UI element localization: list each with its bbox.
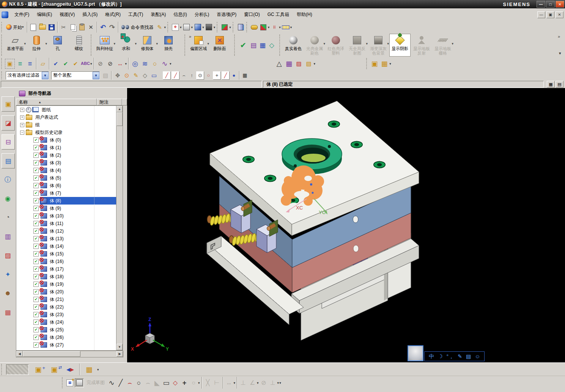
mold-model[interactable]: XC YC xyxy=(207,101,419,340)
visibility-checkbox[interactable]: ✔ xyxy=(33,297,39,302)
touch-window-tab[interactable]: ▩ xyxy=(2,305,14,320)
tree-item-body[interactable]: ✔体 (27) xyxy=(16,341,116,349)
snap-point-target-button[interactable]: ⊙ xyxy=(123,71,131,80)
feature-datum-plane-button[interactable]: ▱ ▾ 基准平面 xyxy=(5,34,25,56)
tree-item-body[interactable]: ✔体 (17) xyxy=(16,265,116,273)
visualize-flag-button[interactable] xyxy=(259,23,268,31)
dice-cube-button[interactable]: ◇ xyxy=(141,71,149,80)
toolbar-grip[interactable] xyxy=(1,364,3,375)
tree-item-body[interactable]: ✔体 (14) xyxy=(16,242,116,250)
filter-dropdown-arrow[interactable]: ▼ xyxy=(42,72,49,79)
view-section-button[interactable]: ◇ xyxy=(268,41,276,49)
visibility-checkbox[interactable]: ✔ xyxy=(33,206,39,211)
visibility-checkbox[interactable]: ✔ xyxy=(33,145,39,150)
lock-standard-parts-button[interactable]: ▣ xyxy=(370,59,379,68)
snap-quadrant-button[interactable]: ○ xyxy=(205,72,212,79)
visibility-checkbox[interactable]: ✔ xyxy=(33,153,39,158)
copy-button[interactable] xyxy=(69,23,77,31)
screen-layout-dropdown[interactable]: ▾ xyxy=(180,25,182,29)
visibility-checkbox[interactable]: ✔ xyxy=(33,198,39,203)
visualize-flag-dropdown[interactable]: ▾ xyxy=(268,25,270,29)
toolbar-options-button[interactable]: ▾ xyxy=(559,51,561,56)
status-table-button[interactable]: ▤ xyxy=(556,81,563,88)
coil-spring-button[interactable]: ◎ xyxy=(131,59,140,68)
column-note[interactable]: 附注 xyxy=(97,99,122,105)
render-red-plastic-button[interactable]: 红色亮泽 塑料 xyxy=(326,34,346,56)
ime-halfwidth-icon[interactable]: ☽ xyxy=(438,354,443,359)
visibility-checkbox[interactable]: ✔ xyxy=(33,289,39,294)
history-tab[interactable]: ◔ xyxy=(2,210,14,225)
sketch-toolbar-options[interactable]: ▾ xyxy=(279,381,281,385)
pattern-dropdown[interactable]: ▾ xyxy=(113,42,115,46)
chamfer-tool-button[interactable]: ◣ xyxy=(153,379,161,387)
internet-explorer-tab[interactable]: ⓘ xyxy=(2,172,14,187)
tree-item-body[interactable]: ✔体 (1) xyxy=(16,144,116,151)
polygon-tool-button[interactable]: ◇ xyxy=(171,379,179,387)
ime-language-toggle[interactable]: 中 xyxy=(429,354,434,359)
folder-circles-button[interactable]: ▧ xyxy=(304,59,313,68)
offset-curve-dropdown[interactable]: ▾ xyxy=(198,381,200,385)
tree-item-body[interactable]: ✔体 (13) xyxy=(16,235,116,242)
snap-point-on-curve-button[interactable]: ⌢ xyxy=(180,72,187,79)
cut-button[interactable]: ✂ xyxy=(60,23,68,31)
ime-punctuation-icon[interactable]: °， xyxy=(447,354,454,359)
render-show-shadow-button[interactable]: 显示阴影 xyxy=(389,34,411,57)
visibility-checkbox[interactable]: ✔ xyxy=(33,259,39,264)
draft-analysis-button[interactable]: △ xyxy=(275,59,284,68)
tree-item-model-history[interactable]: − 模型历史记录 xyxy=(16,129,116,136)
tree-item-body[interactable]: ✔体 (25) xyxy=(16,326,116,334)
navigator-hscrollbar[interactable]: ◀ ▶ xyxy=(16,351,123,357)
menu-view[interactable]: 视图(V) xyxy=(56,10,78,19)
delete-button[interactable]: ✕ xyxy=(87,23,95,31)
examine-geometry-button[interactable]: ✔ xyxy=(51,59,60,68)
datum-plane-dropdown[interactable]: ▾ xyxy=(24,42,26,46)
sketch-tools-dropdown[interactable]: ▾ xyxy=(164,25,166,29)
orient-view-button[interactable]: ▣ xyxy=(5,59,15,69)
abc-check-dropdown[interactable]: ▾ xyxy=(90,62,92,66)
menu-preferences[interactable]: 首选项(P) xyxy=(213,10,240,19)
display-constraints-dropdown[interactable]: ▾ xyxy=(277,381,279,385)
assembly-constraints-button[interactable]: ◀▶ xyxy=(63,365,78,374)
undo-button[interactable]: ↶ xyxy=(99,23,107,31)
snap-intersection-button[interactable]: + xyxy=(213,71,221,80)
layer-category-button[interactable]: ≡ xyxy=(25,59,35,68)
shiny-metal-dropdown[interactable]: ▾ xyxy=(323,42,325,46)
standard-parts-dropdown[interactable]: ▾ xyxy=(389,62,391,66)
navigator-vscrollbar[interactable]: ▲ ▼ xyxy=(116,105,123,351)
feature-extrude-button[interactable]: ▾ 拉伸 xyxy=(26,34,47,56)
tree-item-body[interactable]: ✔体 (9) xyxy=(16,205,116,212)
visibility-checkbox[interactable]: ✔ xyxy=(33,282,39,287)
tree-item-body[interactable]: ✔体 (20) xyxy=(16,288,116,296)
visibility-checkbox[interactable]: ✔ xyxy=(33,304,39,310)
start-menu-button[interactable]: 开始 ▾ xyxy=(5,23,25,31)
tree-item-body[interactable]: ✔体 (6) xyxy=(16,182,116,189)
measure-distance-button[interactable] xyxy=(282,23,290,31)
tree-item-body[interactable]: ✔体 (26) xyxy=(16,334,116,341)
rapid-dimension-button[interactable]: ↔ xyxy=(225,379,233,387)
select-handle-button[interactable]: ✎ xyxy=(132,71,140,80)
reuse-library-tab[interactable]: ▤ xyxy=(2,153,15,168)
wave-dropdown[interactable]: ▾ xyxy=(170,62,172,66)
ime-toolbar[interactable]: 中 ☽ °， ✎ ▤ ☺ xyxy=(408,345,485,361)
quick-extend-button[interactable]: ⊢ xyxy=(213,379,221,387)
render-no-global-reflection-button[interactable]: ▾ 无全局反 射图 xyxy=(347,34,367,56)
offset-region-dropdown[interactable]: ▾ xyxy=(207,42,209,46)
snap-endpoint-button[interactable]: ╱ xyxy=(163,71,171,80)
tree-item-body[interactable]: ✔体 (7) xyxy=(16,189,116,197)
tree-item-body[interactable]: ✔体 (18) xyxy=(16,273,116,280)
annotation-note-button[interactable]: ▱ xyxy=(38,59,47,68)
rectangle-tool-button[interactable]: ▭ xyxy=(162,379,170,387)
hscroll-thumb[interactable] xyxy=(23,351,80,357)
tree-item-body[interactable]: ✔体 (0) xyxy=(16,136,116,144)
gradient-background-dropdown[interactable]: ▾ xyxy=(387,42,389,46)
render-floor-grid-button[interactable]: ▾ 显示地板 栅格 xyxy=(433,34,453,56)
child-minimize-button[interactable]: — xyxy=(537,11,545,18)
snap-sphere-center-button[interactable]: ● xyxy=(230,72,238,79)
expand-icon[interactable]: + xyxy=(20,115,24,120)
new-file-button[interactable] xyxy=(29,23,38,31)
visibility-checkbox[interactable]: ✔ xyxy=(33,266,39,272)
select-all-button[interactable]: ▧ xyxy=(101,71,110,80)
snap-grid-button[interactable]: ▦ xyxy=(241,72,249,79)
tree-item-user-expressions[interactable]: + 用户表达式 xyxy=(16,113,116,121)
toolbar-grip[interactable] xyxy=(1,35,3,56)
